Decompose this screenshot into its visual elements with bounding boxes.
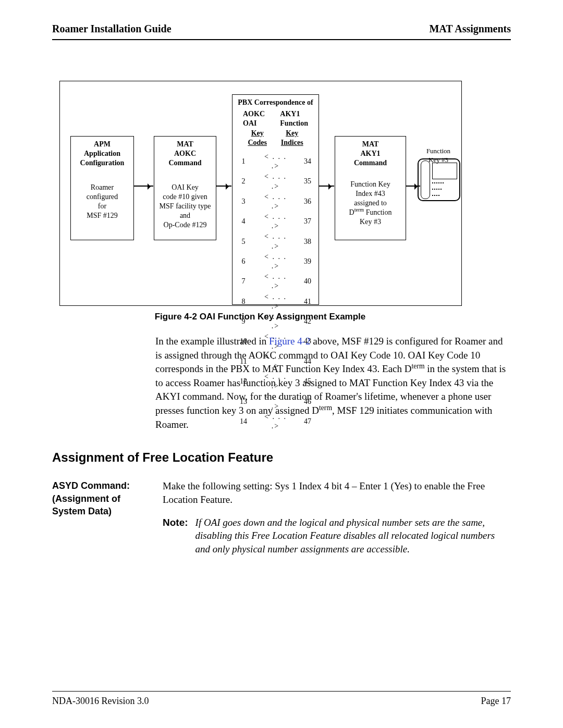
pbx-left-t2: OAI: [243, 119, 256, 127]
phone-icon: [418, 158, 460, 201]
aky1-l3: assigned to: [354, 199, 387, 207]
table-row: 4< . . . .>37: [232, 212, 319, 231]
dterm-diagram: Function Key #3: [418, 146, 459, 201]
table-cell: 4: [232, 212, 254, 231]
stub-l2: (Assignment of: [52, 493, 120, 504]
table-row: 7< . . . .>40: [232, 272, 319, 291]
aokc-l5: Op-Code #129: [164, 221, 207, 229]
apm-l4: MSF #129: [87, 212, 118, 219]
table-cell: 10: [232, 331, 254, 351]
table-cell: 44: [297, 352, 319, 372]
table-cell: < . . . .>: [254, 412, 297, 431]
apm-l3: for: [98, 202, 106, 210]
pbx-right-t1: AKY1: [280, 110, 300, 118]
table-row: 10< . . . .>43: [232, 331, 319, 351]
table-cell: 34: [297, 152, 319, 171]
footer-left: NDA-30016 Revision 3.0: [52, 695, 149, 707]
aky1-t: MAT: [335, 140, 406, 149]
table-row: 8< . . . .>41: [232, 292, 319, 312]
pbx-head: PBX Correspondence of: [232, 95, 319, 109]
table-row: 2< . . . .>35: [232, 171, 319, 191]
aky1-l4b: Function: [364, 208, 391, 216]
table-cell: < . . . .>: [254, 292, 297, 312]
aky1-l1: Function Key: [350, 180, 390, 188]
table-cell: 1: [232, 152, 254, 171]
aky1-l4a: D: [349, 208, 354, 216]
table-cell: < . . . .>: [254, 192, 297, 212]
stub-l1: ASYD Command:: [52, 480, 130, 491]
note-text: If OAI goes down and the logical and phy…: [195, 516, 496, 556]
diagram-box-aokc: MAT AOKC Command OAI Key code #10 given …: [154, 136, 216, 240]
table-cell: 40: [297, 272, 319, 291]
apm-sub1: Application: [71, 149, 133, 158]
table-cell: < . . . .>: [254, 152, 297, 171]
table-row: 9< . . . .>42: [232, 312, 319, 331]
diagram-box-apm: APM Application Configuration Roamer con…: [70, 136, 134, 240]
apm-title: APM: [71, 140, 133, 149]
table-cell: < . . . .>: [254, 331, 297, 351]
body-paragraph: In the example illustrated in Figure 4-2…: [155, 335, 510, 431]
aky1-l2: Index #43: [356, 190, 385, 198]
apm-sub2: Configuration: [71, 158, 133, 168]
aokc-l3: MSF facility type: [160, 202, 211, 210]
table-cell: < . . . .>: [254, 212, 297, 231]
table-cell: < . . . .>: [254, 272, 297, 291]
table-cell: 46: [297, 391, 319, 411]
pbx-underline-right: Key Indices: [274, 129, 310, 147]
pbx-table: 1< . . . .>342< . . . .>353< . . . .>364…: [232, 152, 319, 431]
footer-right: Page 17: [481, 695, 511, 707]
header-right: MAT Assignments: [429, 22, 511, 36]
aokc-sub1: AOKC: [154, 149, 216, 158]
aky1-l4sup: term: [354, 207, 364, 213]
aokc-l2: code #10 given: [163, 193, 207, 201]
table-cell: < . . . .>: [254, 252, 297, 272]
table-row: 13< . . . .>46: [232, 391, 319, 411]
table-cell: 14: [232, 412, 254, 431]
table-cell: 36: [297, 192, 319, 212]
table-cell: 3: [232, 192, 254, 212]
asyd-text: Make the following setting: Sys 1 Index …: [163, 479, 496, 506]
table-cell: < . . . .>: [254, 312, 297, 331]
arrow-icon: [133, 186, 153, 187]
table-cell: 42: [297, 312, 319, 331]
table-cell: 13: [232, 391, 254, 411]
stub-l3: System Data): [52, 506, 112, 516]
aokc-sub2: Command: [154, 158, 216, 168]
aokc-title: MAT: [154, 140, 216, 149]
table-cell: 41: [297, 292, 319, 312]
arrow-icon: [216, 186, 231, 187]
table-cell: < . . . .>: [254, 231, 297, 251]
table-cell: 2: [232, 171, 254, 191]
aokc-l4: and: [180, 212, 190, 219]
arrow-icon: [319, 186, 334, 187]
p1-sup2: term: [319, 404, 332, 412]
table-row: 14< . . . .>47: [232, 412, 319, 431]
header-rule: [52, 39, 511, 40]
table-cell: 43: [297, 331, 319, 351]
diagram-box-pbx: PBX Correspondence of AOKC OAI AKY1 Func…: [232, 94, 319, 305]
aokc-l1: OAI Key: [172, 183, 199, 191]
table-cell: 45: [297, 372, 319, 391]
table-row: 1< . . . .>34: [232, 152, 319, 171]
table-row: 5< . . . .>38: [232, 231, 319, 251]
table-cell: < . . . .>: [254, 352, 297, 372]
p1-sup1: term: [411, 362, 424, 370]
header-left: Roamer Installation Guide: [52, 22, 172, 36]
table-cell: 5: [232, 231, 254, 251]
table-cell: 35: [297, 171, 319, 191]
arrow-icon: [406, 186, 420, 187]
left-stub: ASYD Command: (Assignment of System Data…: [52, 479, 150, 556]
table-cell: 7: [232, 272, 254, 291]
aky1-s1: AKY1: [335, 149, 406, 158]
table-cell: 11: [232, 352, 254, 372]
note-label: Note:: [163, 516, 188, 556]
table-cell: 9: [232, 312, 254, 331]
table-cell: 6: [232, 252, 254, 272]
aky1-l5: Key #3: [360, 218, 381, 226]
apm-l2: configured: [87, 193, 118, 201]
table-row: 3< . . . .>36: [232, 192, 319, 212]
table-cell: 12: [232, 372, 254, 391]
pbx-left-t1: AOKC: [243, 110, 265, 118]
pbx-underline-left: Key Codes: [241, 129, 274, 147]
table-row: 12< . . . .>45: [232, 372, 319, 391]
